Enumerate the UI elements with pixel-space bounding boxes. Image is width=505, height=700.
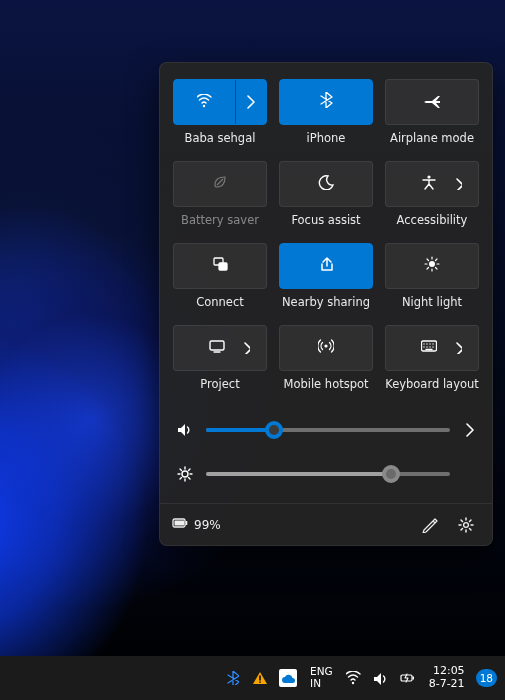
tile-airplane: Airplane mode	[385, 79, 479, 155]
speaker-icon	[373, 670, 389, 686]
bluetooth-icon	[225, 670, 241, 686]
tile-label: Accessibility	[397, 213, 468, 227]
tile-mobile-hotspot: Mobile hotspot	[279, 325, 373, 401]
night-light-icon	[424, 256, 440, 276]
tray-onedrive[interactable]	[275, 656, 301, 700]
share-icon	[318, 256, 334, 276]
lang-bottom: IN	[310, 678, 333, 690]
keyboard-layout-button[interactable]	[385, 325, 479, 371]
tile-night-light: Night light	[385, 243, 479, 319]
tile-wifi: Baba sehgal	[173, 79, 267, 155]
bluetooth-icon	[320, 92, 333, 112]
warning-icon	[252, 670, 268, 686]
tray-volume[interactable]	[369, 656, 393, 700]
wifi-expand[interactable]	[234, 80, 266, 124]
tile-bluetooth: iPhone	[279, 79, 373, 155]
system-tray: ENG IN 12:05 8-7-21 18	[221, 656, 499, 700]
airplane-toggle[interactable]	[385, 79, 479, 125]
taskbar-clock[interactable]: 12:05 8-7-21	[423, 665, 471, 690]
brightness-row	[160, 451, 492, 497]
date-text: 8-7-21	[429, 678, 465, 691]
battery-text: 99%	[194, 518, 221, 532]
tile-connect: Connect	[173, 243, 267, 319]
connect-button[interactable]	[173, 243, 267, 289]
taskbar: ENG IN 12:05 8-7-21 18	[0, 656, 505, 700]
volume-slider[interactable]	[206, 428, 450, 432]
notifications-button[interactable]: 18	[476, 669, 497, 687]
project-button[interactable]	[173, 325, 267, 371]
notification-count: 18	[480, 672, 493, 684]
bluetooth-toggle[interactable]	[279, 79, 373, 125]
night-light-toggle[interactable]	[385, 243, 479, 289]
tile-label: Airplane mode	[390, 131, 474, 145]
battery-saver-toggle[interactable]	[173, 161, 267, 207]
mobile-hotspot-toggle[interactable]	[279, 325, 373, 371]
accessibility-icon	[421, 174, 437, 194]
brightness-slider[interactable]	[206, 472, 450, 476]
tile-label: Keyboard layout	[385, 377, 479, 391]
tile-label: Baba sehgal	[185, 131, 256, 145]
tray-bluetooth[interactable]	[221, 656, 245, 700]
tray-warning[interactable]	[248, 656, 272, 700]
cloud-icon	[279, 669, 297, 687]
wifi-toggle[interactable]	[173, 79, 267, 125]
hotspot-icon	[318, 338, 334, 358]
tile-keyboard-layout: Keyboard layout	[385, 325, 479, 401]
moon-icon	[318, 174, 334, 194]
battery-status[interactable]: 99%	[172, 515, 221, 534]
tile-label: iPhone	[307, 131, 346, 145]
airplane-icon	[424, 92, 441, 113]
brightness-icon	[176, 466, 194, 482]
tile-battery-saver: Battery saver	[173, 161, 267, 237]
battery-icon	[172, 515, 188, 534]
wifi-icon	[346, 670, 362, 686]
tile-label: Project	[200, 377, 239, 391]
project-icon	[209, 338, 225, 358]
chevron-right-icon	[454, 342, 462, 354]
chevron-right-icon	[454, 178, 462, 190]
quick-settings-panel: Baba sehgal iPhone Airplane mode Battery…	[159, 62, 493, 546]
tile-label: Nearby sharing	[282, 295, 370, 309]
tile-project: Project	[173, 325, 267, 401]
tile-nearby-sharing: Nearby sharing	[279, 243, 373, 319]
keyboard-icon	[421, 338, 437, 358]
tile-label: Connect	[196, 295, 244, 309]
tray-network[interactable]	[342, 656, 366, 700]
volume-expand[interactable]	[462, 423, 476, 437]
tile-label: Mobile hotspot	[283, 377, 368, 391]
nearby-sharing-toggle[interactable]	[279, 243, 373, 289]
open-settings-button[interactable]	[452, 511, 480, 539]
tile-label: Battery saver	[181, 213, 259, 227]
tile-focus-assist: Focus assist	[279, 161, 373, 237]
leaf-icon	[212, 174, 228, 194]
language-switcher[interactable]: ENG IN	[304, 666, 339, 689]
battery-charging-icon	[400, 670, 416, 686]
connect-icon	[212, 256, 228, 276]
focus-assist-toggle[interactable]	[279, 161, 373, 207]
tile-accessibility: Accessibility	[385, 161, 479, 237]
volume-row	[160, 407, 492, 453]
tile-label: Focus assist	[291, 213, 360, 227]
tray-battery[interactable]	[396, 656, 420, 700]
quick-settings-tiles: Baba sehgal iPhone Airplane mode Battery…	[160, 79, 492, 407]
tile-label: Night light	[402, 295, 462, 309]
edit-quick-settings-button[interactable]	[416, 511, 444, 539]
accessibility-toggle[interactable]	[385, 161, 479, 207]
quick-settings-footer: 99%	[160, 503, 492, 545]
chevron-right-icon	[242, 342, 250, 354]
speaker-icon	[176, 422, 194, 438]
